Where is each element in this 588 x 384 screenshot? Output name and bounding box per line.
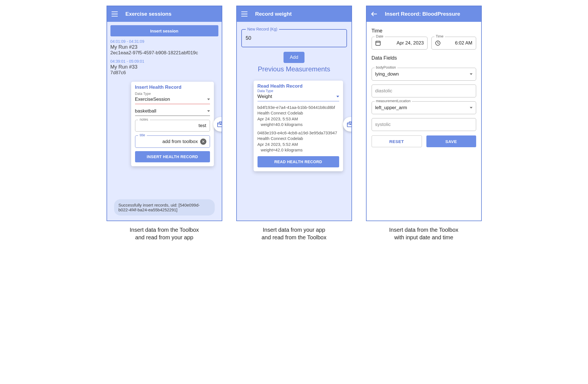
record-uid: bd4f193e-e7a4-41aa-b1bb-50441b8cd8bf — [258, 105, 339, 110]
date-field[interactable]: Date Apr 24, 2023 — [372, 37, 428, 50]
record-app: Health Connect Codelab — [258, 110, 339, 116]
clear-icon[interactable]: ✕ — [200, 139, 206, 145]
read-health-record-button[interactable]: READ HEALTH RECORD — [258, 156, 339, 167]
chevron-down-icon — [470, 107, 473, 109]
new-record-value: 50 — [246, 35, 251, 41]
chevron-down-icon — [207, 110, 210, 112]
screen1-body: Insert session 04:01:09 - 04:31:09 My Ru… — [107, 22, 222, 221]
insert-health-record-button[interactable]: INSERT HEALTH RECORD — [135, 151, 210, 162]
toolbox-icon — [347, 121, 352, 127]
appbar-title: Exercise sessions — [126, 11, 172, 17]
time-field[interactable]: Time 6:02 AM — [431, 37, 476, 50]
data-type-select[interactable]: ExerciseSession — [135, 96, 210, 104]
body-position-label: bodyPosition — [375, 65, 398, 69]
save-button[interactable]: SAVE — [426, 135, 476, 147]
screen1-phone: Exercise sessions Insert session 04:01:0… — [107, 6, 222, 221]
diastolic-input[interactable]: diastolic — [372, 85, 476, 97]
screen2-phone: Record weight New Record (Kg) 50 Add Pre… — [236, 6, 352, 221]
data-type-select[interactable]: Weight — [258, 93, 339, 101]
data-type-value: Weight — [258, 94, 272, 99]
record-time: Apr 24 2023, 5:53 AM — [258, 116, 339, 122]
add-button[interactable]: Add — [284, 52, 304, 63]
data-type-value: ExerciseSession — [135, 97, 170, 102]
title-label: title — [138, 133, 147, 137]
session-item[interactable]: 04:39:01 - 05:09:01 My Run #33 7d87c6 — [110, 58, 218, 76]
record-app: Health Connect Codelab — [258, 136, 339, 141]
record-item: bd4f193e-e7a4-41aa-b1bb-50441b8cd8bf Hea… — [258, 105, 339, 127]
screen3-phone: Insert Record: BloodPressure Time Date A… — [366, 6, 482, 221]
exercise-type-value: basketball — [135, 108, 157, 114]
title-value: add from toolbox — [162, 139, 198, 144]
systolic-input[interactable]: systolic — [372, 118, 476, 131]
session-time: 04:01:09 - 04:31:09 — [110, 39, 218, 44]
body-position-value: lying_down — [375, 71, 399, 77]
new-record-label: New Record (Kg) — [246, 27, 279, 31]
appbar-title: Record weight — [255, 11, 292, 17]
chevron-down-icon — [336, 96, 339, 97]
notes-input[interactable]: notes test — [135, 120, 210, 132]
clock-icon — [435, 40, 441, 46]
time-section-title: Time — [372, 28, 476, 34]
session-title: My Run #23 — [110, 44, 218, 50]
chevron-down-icon — [207, 99, 210, 100]
screen2-body: New Record (Kg) 50 Add Previous Measurem… — [237, 22, 351, 221]
screen1-caption: Insert data from the Toolbox and read fr… — [130, 226, 199, 241]
record-item: 0483e193-e4c6-4cb8-a19d-3e95da733947 Hea… — [258, 130, 339, 153]
appbar: Insert Record: BloodPressure — [367, 6, 481, 22]
screen1-wrap: Exercise sessions Insert session 04:01:0… — [107, 6, 222, 241]
record-value: weight=40.0 kilograms — [258, 122, 339, 127]
insert-session-button[interactable]: Insert session — [110, 25, 218, 36]
appbar-title: Insert Record: BloodPressure — [385, 11, 460, 17]
measurement-location-value: left_upper_arm — [375, 105, 407, 111]
svg-rect-0 — [376, 41, 380, 45]
notes-value: test — [199, 123, 206, 128]
hamburger-icon[interactable] — [112, 11, 118, 17]
data-type-label: Data Type — [258, 89, 339, 93]
record-time: Apr 24 2023, 5:52 AM — [258, 142, 339, 147]
session-uid: 7d87c6 — [110, 70, 218, 76]
record-value: weight=42.0 kilograms — [258, 147, 339, 153]
screen2-wrap: Record weight New Record (Kg) 50 Add Pre… — [236, 6, 352, 241]
success-toast: Successfully insert records, uid: [540e0… — [114, 199, 215, 216]
screen3-caption: Insert data from the Toolbox with input … — [389, 226, 459, 241]
time-value: 6:02 AM — [443, 40, 473, 46]
session-time: 04:39:01 - 05:09:01 — [110, 59, 218, 64]
screen2-caption: Insert data from your app and read from … — [261, 226, 326, 241]
previous-measurements-title: Previous Measurements — [237, 65, 351, 73]
title-input[interactable]: title add from toolbox ✕ — [135, 135, 210, 148]
date-label: Date — [375, 34, 385, 38]
popup-title: Insert Health Record — [135, 85, 210, 90]
toolbox-icon — [217, 121, 222, 127]
data-fields-section-title: Data Fields — [372, 55, 476, 61]
systolic-placeholder: systolic — [375, 122, 391, 127]
new-record-input[interactable]: New Record (Kg) 50 — [241, 29, 347, 47]
measurement-location-label: measurementLocation — [375, 99, 412, 103]
time-label: Time — [434, 34, 445, 38]
session-uid: 2ec1eaa2-97f5-4597-b908-18221abf019c — [110, 50, 218, 56]
session-title: My Run #33 — [110, 64, 218, 70]
screens-container: Exercise sessions Insert session 04:01:0… — [107, 6, 482, 241]
popup-title: Read Health Record — [258, 83, 339, 89]
appbar: Exercise sessions — [107, 6, 222, 22]
screen3-body: Time Date Apr 24, 2023 Time 6:02 AM Data… — [367, 22, 481, 152]
diastolic-placeholder: diastolic — [375, 88, 392, 94]
calendar-icon — [375, 40, 381, 46]
body-position-select[interactable]: bodyPosition lying_down — [372, 68, 476, 81]
toolbox-fab[interactable] — [213, 117, 222, 132]
reset-button[interactable]: RESET — [372, 135, 422, 147]
hamburger-icon[interactable] — [241, 11, 247, 17]
session-item[interactable]: 04:01:09 - 04:31:09 My Run #23 2ec1eaa2-… — [110, 39, 218, 56]
insert-health-popup: Insert Health Record Data Type ExerciseS… — [131, 82, 214, 166]
exercise-type-select[interactable]: basketball — [135, 107, 210, 116]
record-uid: 0483e193-e4c6-4cb8-a19d-3e95da733947 — [258, 130, 339, 136]
back-arrow-icon[interactable] — [371, 11, 377, 17]
notes-label: notes — [138, 118, 150, 121]
data-type-label: Data Type — [135, 92, 210, 96]
date-value: Apr 24, 2023 — [384, 40, 424, 46]
read-health-popup: Read Health Record Data Type Weight bd4f… — [254, 81, 343, 171]
chevron-down-icon — [470, 73, 473, 75]
toolbox-fab[interactable] — [343, 117, 352, 132]
measurement-location-select[interactable]: measurementLocation left_upper_arm — [372, 101, 476, 114]
appbar: Record weight — [237, 6, 351, 22]
screen3-wrap: Insert Record: BloodPressure Time Date A… — [366, 6, 482, 241]
